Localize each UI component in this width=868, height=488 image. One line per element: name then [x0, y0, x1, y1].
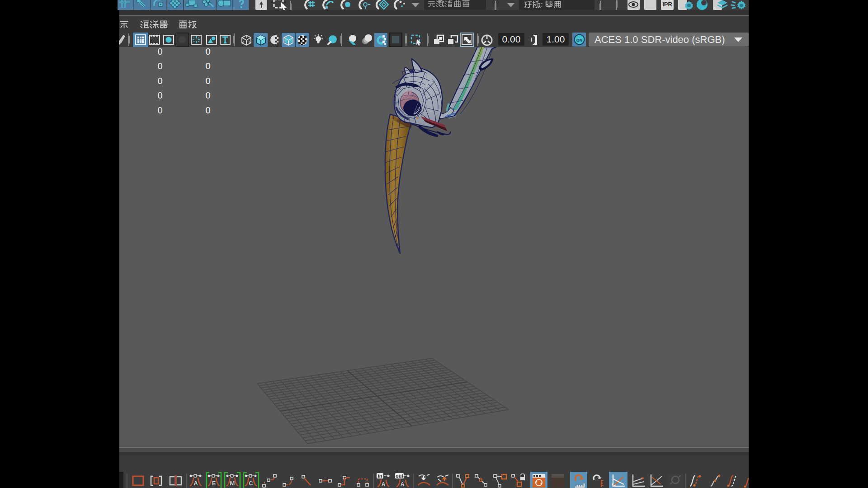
svg-text:ON: ON — [576, 38, 583, 42]
svg-text:in: in — [378, 473, 382, 479]
svg-text:out: out — [396, 473, 403, 479]
svg-text:A: A — [193, 480, 198, 487]
svg-text:A: A — [382, 481, 386, 488]
svg-text:C: C — [249, 480, 253, 487]
svg-text:M: M — [230, 480, 235, 487]
svg-text:E: E — [212, 480, 216, 487]
svg-text:A: A — [401, 481, 405, 488]
